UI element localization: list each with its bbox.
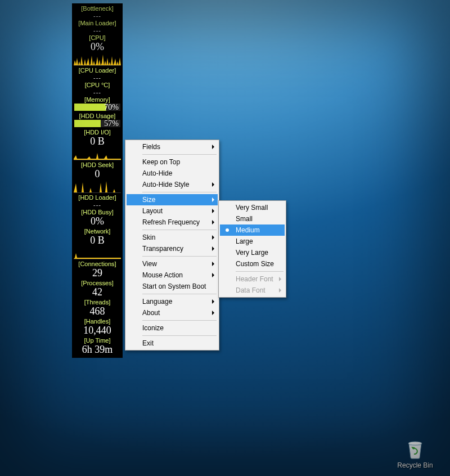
system-monitor-widget[interactable]: [Bottleneck] --- [Main Loader] --- [CPU]… (72, 3, 123, 358)
section-value: 0 B (72, 136, 123, 147)
section-hdd-loader[interactable]: [HDD Loader] --- (72, 194, 123, 208)
menu-item-label: Medium (236, 226, 260, 234)
section-threads[interactable]: [Threads] 468 (72, 298, 123, 317)
size-submenu-item-custom-size[interactable]: Custom Size (220, 258, 285, 270)
size-submenu-item-header-font: Header Font (220, 273, 285, 285)
section-header: [Network] (72, 227, 123, 235)
sparkline-hddio (74, 147, 121, 160)
section-value: 0 (72, 169, 123, 180)
section-main-loader[interactable]: [Main Loader] --- (72, 19, 123, 34)
section-memory[interactable]: [Memory] 70% (72, 96, 123, 111)
submenu-arrow-icon (212, 262, 214, 266)
menu-item-label: Small (236, 215, 253, 223)
memory-bar: 70% (74, 104, 120, 111)
context-menu-item-language[interactable]: Language (127, 296, 218, 307)
size-submenu-item-very-large[interactable]: Very Large (220, 247, 285, 258)
section-value: 0% (72, 216, 123, 227)
size-submenu-item-very-small[interactable]: Very Small (220, 202, 285, 213)
context-menu-separator (142, 230, 217, 230)
svg-point-4 (408, 442, 422, 445)
context-menu-item-iconize[interactable]: Iconize (127, 322, 218, 334)
context-menu-separator (142, 192, 217, 192)
context-menu-item-refresh-frequency[interactable]: Refresh Frequency (127, 217, 218, 228)
section-hdd-seek[interactable]: [HDD Seek] 0 (72, 161, 123, 193)
context-menu[interactable]: FieldsKeep on TopAuto-HideAuto-Hide Styl… (125, 140, 219, 351)
section-bottleneck[interactable]: [Bottleneck] --- (72, 5, 123, 19)
menu-item-label: Large (236, 237, 253, 245)
size-submenu-item-data-font: Data Font (220, 285, 285, 296)
section-value: --- (72, 74, 123, 81)
context-menu-item-fields[interactable]: Fields (127, 141, 218, 152)
size-submenu-item-large[interactable]: Large (220, 236, 285, 247)
submenu-arrow-icon (212, 182, 214, 187)
context-menu-separator (142, 154, 217, 155)
section-header: [HDD Busy] (72, 208, 123, 216)
context-menu-item-exit[interactable]: Exit (127, 338, 218, 349)
section-connections[interactable]: [Connections] 29 (72, 260, 123, 279)
section-processes[interactable]: [Processes] 42 (72, 279, 123, 298)
section-hdd-io[interactable]: [HDD I/O] 0 B (72, 128, 123, 160)
section-cpu-temp[interactable]: [CPU °C] --- (72, 81, 123, 96)
size-submenu-separator (236, 271, 284, 272)
menu-item-label: Transparency (142, 245, 183, 253)
size-submenu[interactable]: Very SmallSmallMediumLargeVery LargeCust… (218, 200, 286, 298)
submenu-arrow-icon (212, 209, 214, 213)
menu-item-label: Size (142, 196, 155, 204)
section-hdd-busy[interactable]: [HDD Busy] 0% (72, 208, 123, 227)
size-submenu-item-small[interactable]: Small (220, 213, 285, 224)
context-menu-item-transparency[interactable]: Transparency (127, 243, 218, 254)
menu-item-label: Refresh Frequency (142, 218, 200, 226)
context-menu-item-skin[interactable]: Skin (127, 232, 218, 243)
section-hdd-usage[interactable]: [HDD Usage] 57% (72, 112, 123, 127)
section-header: [HDD Loader] (72, 194, 123, 201)
context-menu-item-layout[interactable]: Layout (127, 205, 218, 217)
context-menu-item-auto-hide[interactable]: Auto-Hide (127, 168, 218, 179)
menu-item-label: Fields (142, 143, 160, 151)
context-menu-item-auto-hide-style[interactable]: Auto-Hide Style (127, 179, 218, 190)
context-menu-separator (142, 320, 217, 321)
section-header: [Bottleneck] (72, 5, 123, 12)
svg-marker-0 (74, 55, 121, 65)
menu-item-label: Iconize (142, 324, 164, 332)
section-header: [Handles] (72, 317, 123, 325)
context-menu-item-size[interactable]: Size (127, 194, 218, 205)
section-value: 0% (72, 42, 123, 53)
size-submenu-item-medium[interactable]: Medium (220, 224, 285, 236)
context-menu-separator (142, 256, 217, 257)
menu-item-label: View (142, 260, 157, 268)
submenu-arrow-icon (212, 235, 214, 240)
section-value: 468 (72, 306, 123, 317)
section-value: 0 B (72, 235, 123, 246)
memory-percent: 70% (104, 103, 119, 112)
recycle-bin-icon[interactable]: Recycle Bin (393, 439, 438, 469)
context-menu-item-keep-on-top[interactable]: Keep on Top (127, 156, 218, 168)
section-network[interactable]: [Network] 0 B (72, 227, 123, 259)
context-menu-item-start-on-system-boot[interactable]: Start on System Boot (127, 281, 218, 292)
section-cpu[interactable]: [CPU] 0% (72, 34, 123, 66)
context-menu-item-about[interactable]: About (127, 307, 218, 318)
section-header: [Threads] (72, 298, 123, 306)
section-header: [CPU °C] (72, 81, 123, 89)
menu-item-label: Exit (142, 339, 154, 347)
menu-item-label: Data Font (236, 286, 266, 294)
context-menu-item-view[interactable]: View (127, 258, 218, 270)
desktop[interactable]: [Bottleneck] --- [Main Loader] --- [CPU]… (0, 0, 450, 476)
menu-item-label: Very Small (236, 204, 268, 212)
menu-item-label: Skin (142, 233, 155, 241)
menu-item-label: Header Font (236, 275, 273, 283)
section-handles[interactable]: [Handles] 10,440 (72, 317, 123, 336)
section-cpu-loader[interactable]: [CPU Loader] --- (72, 66, 123, 81)
submenu-arrow-icon (212, 273, 214, 277)
section-uptime[interactable]: [Up Time] 6h 39m (72, 336, 123, 356)
section-header: [Main Loader] (72, 19, 123, 27)
section-value: 29 (72, 268, 123, 279)
sparkline-hddseek (74, 180, 121, 193)
section-value: --- (72, 201, 123, 208)
submenu-arrow-icon (212, 220, 214, 224)
section-value: 10,440 (72, 325, 123, 336)
sparkline-cpu (74, 53, 121, 66)
menu-item-label: Language (142, 298, 172, 306)
section-value: --- (72, 27, 123, 34)
context-menu-item-mouse-action[interactable]: Mouse Action (127, 270, 218, 281)
hdd-usage-bar: 57% (74, 120, 120, 127)
